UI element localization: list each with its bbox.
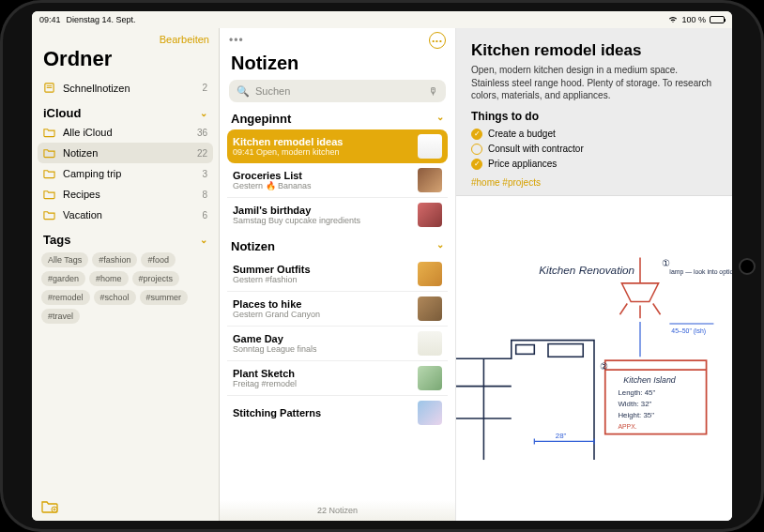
svg-line-14 [653, 303, 661, 314]
wifi-icon [668, 16, 678, 23]
note-title: Places to hike [233, 298, 410, 310]
icloud-section-header[interactable]: iCloud ⌄ [32, 99, 219, 122]
todo-checkbox[interactable]: ✓ [471, 129, 482, 140]
pinned-section-header[interactable]: Angepinnt ⌄ [220, 110, 455, 128]
folder-item[interactable]: Camping trip3 [32, 163, 219, 184]
hashtags[interactable]: #home #projects [471, 177, 717, 188]
edit-button[interactable]: Bearbeiten [160, 34, 209, 45]
tag-chip[interactable]: #food [141, 252, 176, 267]
note-item[interactable]: Places to hikeGestern Grand Canyon [227, 292, 448, 327]
note-subtitle: Gestern 🔥 Bananas [233, 181, 410, 190]
search-icon: 🔍 [237, 85, 250, 98]
todos-heading: Things to do [471, 110, 717, 123]
top-handle-icon: ••• [229, 34, 244, 47]
folder-icon [43, 189, 55, 199]
tag-chip[interactable]: #garden [41, 271, 85, 286]
note-item[interactable]: Plant SketchFreitag #remodel [227, 361, 448, 396]
folder-count: 6 [202, 210, 207, 220]
todo-item[interactable]: ✓Price appliances [471, 157, 717, 172]
tag-chip[interactable]: #fashion [92, 252, 137, 267]
note-title: Stitching Patterns [233, 407, 410, 418]
todo-item[interactable]: Consult with contractor [471, 142, 717, 157]
note-title: Groceries List [233, 170, 410, 181]
note-detail-pane: Kitchen remodel ideas Open, modern kitch… [456, 28, 732, 521]
notes-section-header[interactable]: Notizen ⌄ [220, 237, 455, 255]
todo-checkbox[interactable] [471, 144, 482, 155]
island-length: Length: 45" [618, 388, 655, 397]
folders-sidebar: Bearbeiten Ordner Schnellnotizen 2 iClou… [32, 28, 220, 521]
icloud-label: iCloud [43, 106, 81, 120]
island-label: Kitchen Island [623, 374, 676, 384]
tag-chip[interactable]: #travel [41, 309, 80, 324]
tags-label: Tags [43, 233, 70, 247]
tag-chip[interactable]: #school [94, 290, 136, 305]
note-subtitle: Sonntag League finals [233, 344, 410, 354]
svg-rect-9 [516, 344, 535, 354]
search-input[interactable]: 🔍 Suchen 🎙 [229, 80, 446, 102]
home-button[interactable] [739, 258, 756, 275]
note-subtitle: Freitag #remodel [233, 379, 410, 388]
lamp-note: lamp — look into options [669, 268, 732, 276]
note-thumbnail [418, 134, 442, 159]
island-width: Width: 32" [618, 400, 651, 408]
note-subtitle: Gestern #fashion [233, 275, 410, 284]
folder-label: Schnellnotizen [63, 83, 194, 94]
folder-icon [43, 168, 55, 178]
note-thumbnail [418, 401, 442, 425]
note-thumbnail [418, 203, 442, 227]
tag-chip[interactable]: #home [89, 271, 129, 286]
tag-chip[interactable]: #projects [132, 271, 180, 286]
battery-icon [710, 16, 725, 23]
battery-percent: 100 % [681, 15, 706, 24]
new-folder-icon[interactable] [41, 498, 58, 513]
note-item[interactable]: Stitching Patterns [227, 396, 448, 430]
folder-item[interactable]: Vacation6 [32, 205, 219, 225]
folder-item[interactable]: Recipes8 [32, 184, 219, 205]
pinned-label: Angepinnt [231, 112, 291, 126]
screen: 09:41 Dienstag 14. Sept. 100 % Bearbeite… [32, 11, 732, 521]
note-thumbnail [418, 331, 442, 356]
svg-rect-10 [548, 343, 583, 357]
note-thumbnail [418, 168, 442, 192]
note-title: Jamil's birthday [233, 205, 410, 216]
more-menu-button[interactable]: ••• [429, 32, 446, 49]
search-placeholder: Suchen [255, 85, 290, 97]
chevron-down-icon: ⌄ [436, 239, 444, 253]
todo-label: Consult with contractor [488, 144, 584, 154]
note-body[interactable]: Open, modern kitchen design in a medium … [471, 64, 717, 102]
note-item[interactable]: Kitchen remodel ideas09:41 Open, modern … [227, 129, 448, 163]
sketch-attachment[interactable]: Kitchen Renovation lamp — look into opti… [456, 195, 732, 522]
notes-count-footer: 22 Notizen [220, 500, 455, 521]
todo-checkbox[interactable]: ✓ [471, 159, 482, 170]
folders-title: Ordner [32, 47, 219, 77]
folder-item[interactable]: Notizen22 [38, 143, 213, 163]
folder-label: Camping trip [63, 168, 194, 179]
chevron-down-icon: ⌄ [200, 108, 207, 118]
folder-count: 22 [197, 148, 207, 159]
note-subtitle: 09:41 Open, modern kitchen [233, 147, 410, 157]
tag-chip[interactable]: #summer [140, 290, 189, 305]
sketch-drawing: Kitchen Renovation lamp — look into opti… [456, 196, 732, 522]
tags-section-header[interactable]: Tags ⌄ [32, 225, 219, 249]
folder-count: 8 [202, 190, 207, 200]
folder-count: 36 [197, 128, 207, 138]
note-icon [43, 82, 55, 94]
note-item[interactable]: Groceries ListGestern 🔥 Bananas [227, 163, 448, 198]
mic-icon[interactable]: 🎙 [428, 85, 438, 97]
tag-chip[interactable]: Alle Tags [41, 252, 88, 267]
status-bar: 09:41 Dienstag 14. Sept. 100 % [32, 11, 732, 28]
folder-item[interactable]: Alle iCloud36 [32, 122, 219, 143]
mark-1: ① [662, 258, 670, 268]
todo-item[interactable]: ✓Create a budget [471, 127, 717, 142]
quicknotes-folder[interactable]: Schnellnotizen 2 [32, 77, 219, 99]
note-item[interactable]: Jamil's birthdaySamstag Buy cupcake ingr… [227, 198, 448, 232]
note-item[interactable]: Game DaySonntag League finals [227, 327, 448, 361]
folder-label: Notizen [63, 147, 190, 159]
tag-chip[interactable]: #remodel [41, 290, 90, 305]
note-title: Plant Sketch [233, 368, 410, 379]
note-subtitle: Gestern Grand Canyon [233, 310, 410, 319]
note-title: Summer Outfits [233, 264, 410, 275]
folder-count: 3 [202, 169, 207, 179]
note-item[interactable]: Summer OutfitsGestern #fashion [227, 257, 448, 292]
status-date: Dienstag 14. Sept. [67, 15, 136, 24]
